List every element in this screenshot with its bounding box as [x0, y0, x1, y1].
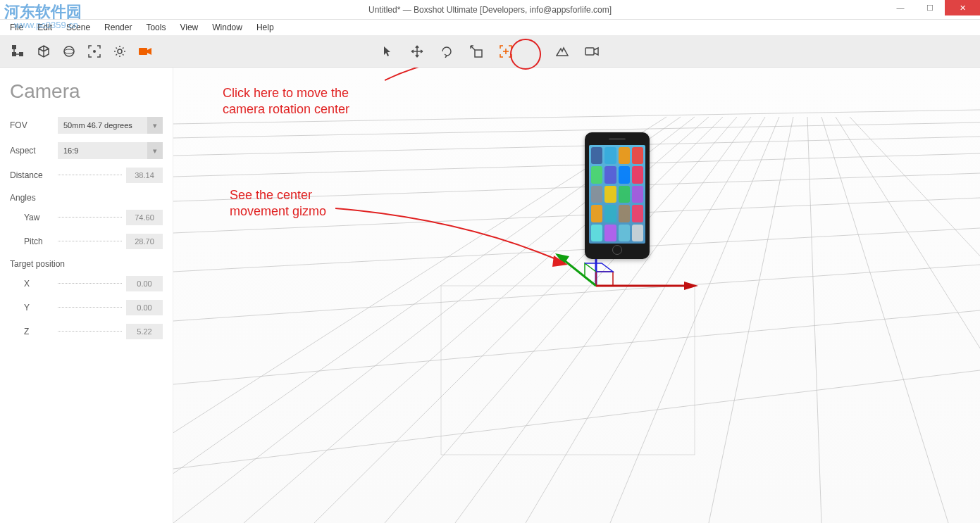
menu-help[interactable]: Help	[249, 21, 281, 34]
fov-label: FOV	[10, 120, 58, 130]
svg-line-22	[836, 117, 980, 523]
svg-line-14	[314, 117, 723, 523]
camera-panel: Camera FOV 50mm 46.7 degrees ▾ Aspect 16…	[0, 68, 173, 523]
svg-line-21	[821, 117, 948, 523]
scene-tree-icon[interactable]	[10, 43, 27, 60]
pitch-value[interactable]: 28.70	[126, 234, 163, 249]
menu-bar: File Edit Scene Render Tools View Window…	[0, 20, 980, 35]
menu-view[interactable]: View	[173, 21, 205, 34]
svg-point-3	[64, 46, 74, 56]
move-tool-icon[interactable]	[409, 43, 426, 60]
settings-icon[interactable]	[111, 43, 128, 60]
pitch-label: Pitch	[10, 237, 58, 246]
svg-line-23	[850, 117, 980, 523]
svg-rect-9	[585, 48, 594, 55]
svg-line-19	[709, 117, 793, 523]
menu-tools[interactable]: Tools	[139, 21, 173, 34]
title-bar: Untitled* — Boxshot Ultimate [Developers…	[0, 0, 980, 20]
z-label: Z	[10, 327, 58, 336]
svg-line-30	[173, 228, 980, 272]
z-value[interactable]: 5.22	[126, 324, 163, 339]
scale-tool-icon[interactable]	[468, 43, 485, 60]
svg-line-27	[173, 153, 980, 177]
svg-rect-0	[12, 45, 16, 49]
camera-center-tool-icon[interactable]	[497, 43, 514, 60]
distance-value[interactable]: 38.14	[126, 168, 163, 183]
target-position-label: Target position	[10, 259, 163, 269]
snapshot-icon[interactable]	[583, 43, 600, 60]
chevron-down-icon: ▾	[147, 142, 163, 159]
fit-view-icon[interactable]	[86, 43, 103, 60]
close-button[interactable]: ✕	[945, 0, 980, 15]
svg-point-5	[93, 50, 96, 53]
viewport-grid	[173, 68, 980, 523]
y-label: Y	[10, 303, 58, 313]
phone-mockup	[585, 132, 650, 259]
rotate-tool-icon[interactable]	[438, 43, 455, 60]
x-value[interactable]: 0.00	[126, 276, 163, 291]
svg-line-26	[173, 137, 980, 156]
environment-icon[interactable]	[61, 43, 77, 60]
aspect-label: Aspect	[10, 146, 58, 156]
object-icon[interactable]	[35, 43, 52, 60]
watermark-url: www.pc0359.cn	[14, 20, 78, 30]
svg-rect-8	[475, 50, 482, 57]
minimize-button[interactable]: —	[886, 0, 915, 15]
y-value[interactable]: 0.00	[126, 300, 163, 315]
menu-render[interactable]: Render	[97, 21, 139, 34]
yaw-label: Yaw	[10, 213, 58, 222]
angles-label: Angles	[10, 193, 163, 203]
svg-line-15	[385, 117, 737, 523]
camera-icon[interactable]	[137, 43, 154, 60]
render-icon[interactable]	[554, 43, 571, 60]
maximize-button[interactable]: ☐	[915, 0, 945, 15]
svg-point-6	[118, 49, 122, 53]
select-tool-icon[interactable]	[379, 43, 396, 60]
svg-rect-1	[19, 52, 23, 56]
annotation-2: See the center movement gizmo	[230, 187, 326, 220]
menu-window[interactable]: Window	[205, 21, 249, 34]
toolbar	[0, 35, 980, 68]
window-controls: — ☐ ✕	[886, 0, 980, 15]
svg-point-4	[64, 49, 74, 53]
svg-rect-34	[441, 286, 695, 455]
viewport-3d[interactable]: Click here to move the camera rotation c…	[173, 68, 980, 523]
aspect-select[interactable]: 16:9 ▾	[58, 142, 163, 159]
svg-line-33	[173, 370, 980, 469]
panel-title: Camera	[10, 80, 163, 103]
svg-line-20	[807, 117, 821, 523]
window-title: Untitled* — Boxshot Ultimate [Developers…	[368, 5, 612, 15]
svg-line-31	[173, 265, 980, 321]
svg-line-25	[173, 122, 980, 138]
annotation-1: Click here to move the camera rotation c…	[223, 85, 349, 118]
fov-select[interactable]: 50mm 46.7 degrees ▾	[58, 117, 163, 134]
distance-label: Distance	[10, 170, 58, 180]
svg-line-32	[173, 310, 980, 384]
yaw-value[interactable]: 74.60	[126, 210, 163, 225]
chevron-down-icon: ▾	[147, 117, 163, 134]
svg-rect-7	[139, 48, 147, 55]
x-label: X	[10, 279, 58, 289]
